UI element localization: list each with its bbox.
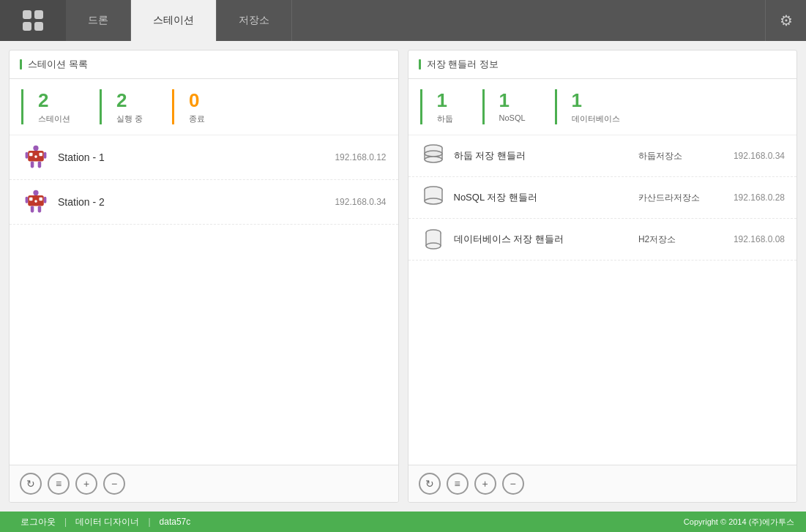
station-name-1: Station - 1 [58, 151, 327, 163]
svg-rect-17 [38, 206, 42, 213]
svg-point-0 [33, 146, 38, 151]
svg-rect-11 [29, 198, 33, 201]
handler-name-hadoop: 하둡 저장 핸들러 [454, 149, 631, 162]
station-panel: 스테이션 목록 2 스테이션 2 실행 중 0 종료 [9, 50, 399, 503]
settings-button[interactable]: ⚙ [765, 0, 806, 41]
storage-add-button[interactable]: + [474, 473, 496, 495]
stat-total-stations: 2 스테이션 [21, 89, 85, 124]
svg-rect-8 [38, 162, 42, 168]
gear-icon: ⚙ [780, 12, 793, 29]
svg-rect-2 [29, 153, 33, 157]
nav-drone[interactable]: 드론 [66, 0, 131, 41]
station-panel-header: 스테이션 목록 [10, 50, 398, 79]
footer: 로그아웃 | 데이터 디자이너 | data57c Copyright © 20… [0, 512, 806, 532]
station-ip-2: 192.168.0.34 [335, 197, 386, 207]
nosql-db-icon [420, 184, 447, 211]
handler-list: 하둡 저장 핸들러 하둡저장소 192.168.0.34 [408, 135, 797, 261]
station-remove-button[interactable]: − [103, 473, 125, 495]
station-name-2: Station - 2 [58, 196, 327, 208]
footer-copyright: Copyright © 2014 (주)에가투스 [684, 517, 794, 528]
handler-item-hadoop[interactable]: 하둡 저장 핸들러 하둡저장소 192.168.0.34 [408, 135, 797, 177]
storage-refresh-button[interactable]: ↻ [419, 473, 441, 495]
handler-item-nosql[interactable]: NoSQL 저장 핸들러 카산드라저장소 192.168.0.28 [408, 177, 797, 219]
storage-menu-button[interactable]: ≡ [447, 473, 469, 495]
add-icon: + [83, 478, 89, 490]
nav-storage[interactable]: 저장소 [217, 0, 292, 41]
hadoop-db-icon [420, 143, 447, 169]
handler-name-db: 데이터베이스 저장 핸들러 [454, 233, 631, 246]
menu-icon-2: ≡ [454, 478, 460, 490]
robot-icon-2 [21, 187, 51, 217]
svg-rect-15 [44, 197, 47, 203]
station-item-2[interactable]: Station - 2 192.168.0.34 [10, 180, 398, 225]
station-add-button[interactable]: + [75, 473, 97, 495]
footer-logout[interactable]: 로그아웃 [12, 516, 64, 528]
svg-rect-16 [31, 206, 34, 213]
stat-stopped: 0 종료 [172, 89, 220, 124]
station-list: Station - 1 192.168.0.12 [10, 135, 398, 225]
db-icon-db [420, 226, 447, 252]
handler-ip-hadoop: 192.168.0.34 [734, 151, 785, 161]
svg-rect-5 [26, 152, 29, 159]
logo [0, 0, 66, 41]
svg-rect-7 [31, 162, 34, 168]
footer-data-designer[interactable]: 데이터 디자이너 [67, 516, 148, 528]
handler-storage-db: H2저장소 [638, 233, 726, 246]
svg-rect-6 [44, 152, 47, 159]
svg-point-22 [425, 151, 442, 157]
svg-rect-14 [26, 197, 29, 203]
handler-storage-nosql: 카산드라저장소 [638, 192, 726, 204]
stat-hadoop: 1 하둡 [420, 89, 468, 124]
menu-icon: ≡ [56, 478, 61, 490]
station-toolbar: ↻ ≡ + − [10, 465, 398, 502]
handler-item-db[interactable]: 데이터베이스 저장 핸들러 H2저장소 192.168.0.08 [408, 219, 797, 261]
storage-remove-button[interactable]: − [502, 473, 524, 495]
station-menu-button[interactable]: ≡ [48, 473, 70, 495]
robot-icon-1 [21, 143, 51, 172]
remove-icon: − [111, 478, 117, 490]
stat-database: 1 데이터베이스 [555, 89, 635, 124]
refresh-icon-2: ↻ [425, 478, 434, 490]
station-ip-1: 192.168.0.12 [335, 152, 386, 162]
storage-panel: 저장 핸들러 정보 1 하둡 1 NoSQL 1 데이터베이스 [408, 50, 798, 503]
svg-point-13 [34, 200, 37, 203]
stat-running: 2 실행 중 [100, 89, 157, 124]
svg-point-4 [34, 155, 37, 158]
storage-stats-row: 1 하둡 1 NoSQL 1 데이터베이스 [408, 79, 797, 135]
header: 드론 스테이션 저장소 ⚙ [0, 0, 806, 41]
svg-point-23 [425, 157, 442, 162]
station-refresh-button[interactable]: ↻ [20, 473, 42, 495]
svg-point-28 [425, 198, 442, 204]
handler-ip-nosql: 192.168.0.28 [734, 192, 785, 203]
nav-station[interactable]: 스테이션 [131, 0, 217, 41]
remove-icon-2: − [510, 478, 515, 490]
svg-rect-3 [40, 153, 43, 157]
svg-rect-12 [40, 198, 43, 201]
svg-point-33 [426, 243, 441, 249]
add-icon-2: + [482, 478, 488, 490]
handler-name-nosql: NoSQL 저장 핸들러 [454, 191, 631, 204]
handler-ip-db: 192.168.0.08 [734, 234, 785, 244]
storage-toolbar: ↻ ≡ + − [408, 465, 797, 502]
footer-data57c[interactable]: data57c [151, 517, 200, 527]
storage-panel-header: 저장 핸들러 정보 [408, 50, 797, 79]
station-stats-row: 2 스테이션 2 실행 중 0 종료 [10, 79, 398, 135]
svg-point-9 [33, 190, 38, 195]
stat-nosql: 1 NoSQL [482, 89, 540, 124]
station-item-1[interactable]: Station - 1 192.168.0.12 [10, 135, 398, 180]
handler-storage-hadoop: 하둡저장소 [638, 150, 726, 162]
refresh-icon: ↻ [26, 478, 35, 490]
